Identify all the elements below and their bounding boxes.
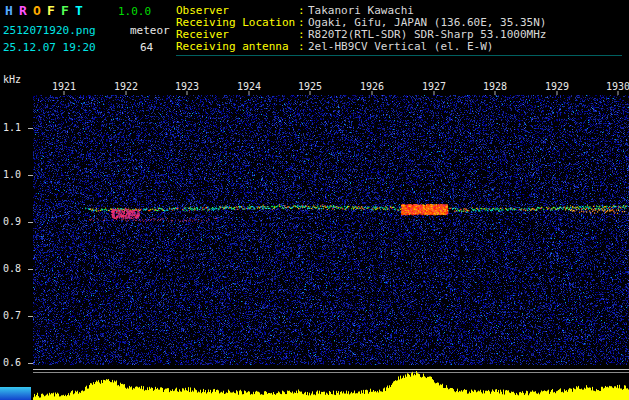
info-label-antenna: Receiving antenna [176,40,289,53]
logo-letter: H [5,3,19,18]
spectrogram-canvas [33,95,629,365]
output-filename: 2512071920.png [3,24,96,37]
hrofft-window: HROFFT 1.0.0 2512071920.png meteor 25.12… [0,0,629,400]
logo-letter: R [19,3,33,18]
signal-level-canvas [33,365,629,400]
freq-label: 1.0 [3,169,21,180]
freq-label: 0.6 [3,357,21,368]
echo-count: 64 [140,41,153,54]
freq-label: 0.9 [3,216,21,227]
freq-label: 1.1 [3,122,21,133]
y-axis-unit: kHz [3,74,21,85]
logo-letter: O [33,3,47,18]
observation-mode: meteor [130,24,170,37]
header-underline [176,55,622,56]
logo-letter: T [75,3,89,18]
corner-level-block [0,387,31,400]
freq-label: 0.7 [3,310,21,321]
freq-label: 0.8 [3,263,21,274]
info-colon: : [298,40,305,53]
logo-letter: F [47,3,61,18]
logo-letter: F [61,3,75,18]
info-value-antenna: 2el-HB9CV Vertical (el. E-W) [308,40,493,53]
app-version: 1.0.0 [118,5,151,18]
observation-datetime: 25.12.07 19:20 [3,41,96,54]
app-title: HROFFT [5,3,89,18]
